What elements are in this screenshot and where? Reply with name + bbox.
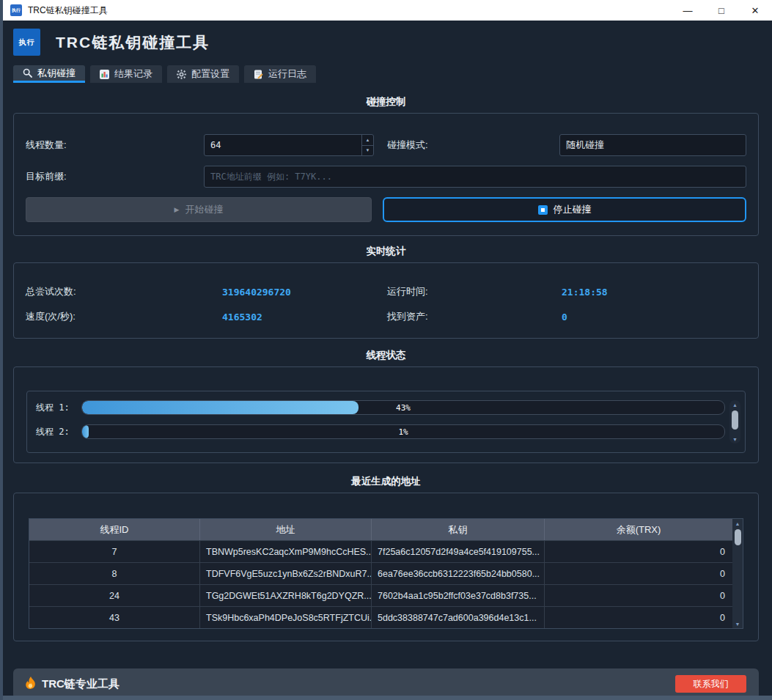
table-scrollbar[interactable]: ▲ ▼ bbox=[732, 519, 743, 628]
column-header: 私钥 bbox=[372, 519, 545, 540]
table-cell: 0 bbox=[545, 607, 732, 628]
target-prefix-label: 目标前缀: bbox=[26, 170, 204, 183]
collision-mode-input[interactable] bbox=[559, 134, 746, 156]
titlebar: 执行 TRC链私钥碰撞工具 — □ ✕ bbox=[0, 0, 772, 21]
brand-text: TRC链专业工具 bbox=[42, 677, 120, 691]
tab-label: 私钥碰撞 bbox=[37, 67, 76, 80]
table-row[interactable]: 24TGg2DGWEt51AXZRH8kT6g2DYQZR...7602b4aa… bbox=[29, 584, 732, 606]
table-cell: 8 bbox=[29, 563, 200, 584]
thread-count-label: 线程数量: bbox=[26, 139, 204, 152]
table-scroll-track[interactable] bbox=[732, 528, 743, 619]
table-cell: 7 bbox=[29, 541, 200, 562]
addresses-group: 线程ID地址私钥余额(TRX) 7TBNWp5resKC2aqcXmP9M9hc… bbox=[13, 493, 759, 641]
play-icon: ▶ bbox=[174, 206, 180, 213]
table-row[interactable]: 7TBNWp5resKC2aqcXmP9M9hcCcHES...7f25a6c1… bbox=[29, 540, 732, 562]
bar-chart-icon bbox=[100, 70, 109, 79]
app-header: 执行 TRC链私钥碰撞工具 bbox=[13, 29, 759, 56]
stop-icon bbox=[538, 205, 548, 215]
tab-label: 结果记录 bbox=[114, 67, 152, 81]
threads-scrollbar[interactable]: ▲ ▼ bbox=[729, 400, 740, 443]
minimize-button[interactable]: — bbox=[671, 0, 705, 21]
section-title-collision-control: 碰撞控制 bbox=[13, 95, 759, 108]
table-cell: 0 bbox=[545, 585, 732, 606]
thread-progress-bar: 43% bbox=[81, 400, 725, 415]
app-logo: 执行 bbox=[13, 29, 40, 56]
table-cell: 24 bbox=[29, 585, 200, 606]
section-title-addresses: 最近生成的地址 bbox=[13, 475, 759, 488]
stat-value: 319640296720 bbox=[222, 287, 387, 298]
thread-row: 线程 1:43% bbox=[36, 400, 725, 415]
thread-count-spinner[interactable]: ▲ ▼ bbox=[204, 134, 374, 156]
table-cell: 7f25a6c12057d2f49a4ce5f419109755... bbox=[372, 541, 545, 562]
window-left-edge bbox=[0, 0, 3, 700]
app-window: 执行 TRC链私钥碰撞工具 — □ ✕ 执行 TRC链私钥碰撞工具 私钥碰撞结果… bbox=[0, 0, 772, 700]
stat-label: 速度(次/秒): bbox=[26, 310, 222, 323]
table-cell: 0 bbox=[545, 541, 732, 562]
addresses-table: 线程ID地址私钥余额(TRX) 7TBNWp5resKC2aqcXmP9M9hc… bbox=[29, 519, 732, 628]
threads-scroll-track[interactable] bbox=[729, 409, 740, 435]
target-prefix-input[interactable] bbox=[204, 166, 746, 188]
window-controls: — □ ✕ bbox=[671, 0, 772, 21]
thread-count-input[interactable] bbox=[205, 135, 361, 155]
stat-label: 找到资产: bbox=[387, 310, 562, 323]
flame-icon bbox=[26, 677, 36, 691]
tab-配置设置[interactable]: 配置设置 bbox=[167, 65, 239, 83]
thread-label: 线程 2: bbox=[36, 426, 81, 438]
threads-scroll-thumb[interactable] bbox=[732, 410, 738, 430]
close-button[interactable]: ✕ bbox=[738, 0, 772, 21]
stat-value: 0 bbox=[562, 312, 746, 323]
gear-icon bbox=[177, 70, 186, 79]
window-bottom-edge bbox=[0, 696, 772, 700]
table-row[interactable]: 8TDFVF6VgE5uzc1ynBx6Zs2rBNDxuR7...6ea76e… bbox=[29, 562, 732, 584]
scroll-up-icon[interactable]: ▲ bbox=[729, 400, 740, 409]
stat-label: 总尝试次数: bbox=[26, 285, 222, 298]
column-header: 线程ID bbox=[29, 519, 200, 540]
window-title: TRC链私钥碰撞工具 bbox=[28, 4, 108, 17]
table-cell: 7602b4aa1c95b2ffcf03e37cd8b3f735... bbox=[372, 585, 545, 606]
table-cell: TSk9Hbc6xaPh4DPeJoS8c5RTFjZTCUi... bbox=[200, 607, 372, 628]
tab-结果记录[interactable]: 结果记录 bbox=[90, 65, 162, 83]
table-scroll-up-icon[interactable]: ▲ bbox=[732, 519, 743, 528]
table-cell: 0 bbox=[545, 563, 732, 584]
table-scroll-down-icon[interactable]: ▼ bbox=[732, 619, 743, 628]
table-cell: TGg2DGWEt51AXZRH8kT6g2DYQZR... bbox=[200, 585, 372, 606]
table-scroll-thumb[interactable] bbox=[735, 529, 741, 545]
thread-progress-text: 1% bbox=[82, 425, 724, 438]
collision-mode-label: 碰撞模式: bbox=[387, 139, 559, 152]
search-icon bbox=[23, 68, 32, 78]
table-cell: 5ddc38388747c7ad600a396d4e13c1... bbox=[372, 607, 545, 628]
contact-us-button[interactable]: 联系我们 bbox=[675, 675, 746, 693]
app-icon: 执行 bbox=[10, 4, 22, 16]
stop-collision-button[interactable]: 停止碰撞 bbox=[383, 197, 746, 222]
stat-label: 运行时间: bbox=[387, 285, 562, 298]
section-title-stats: 实时统计 bbox=[13, 245, 759, 258]
table-cell: TDFVF6VgE5uzc1ynBx6Zs2rBNDxuR7... bbox=[200, 563, 372, 584]
maximize-button[interactable]: □ bbox=[705, 0, 738, 21]
threads-panel: 线程 1:43%线程 2:1% ▲ ▼ bbox=[26, 391, 746, 453]
thread-status-group: 线程 1:43%线程 2:1% ▲ ▼ bbox=[13, 366, 759, 463]
brand: TRC链专业工具 bbox=[26, 677, 120, 691]
page-title: TRC链私钥碰撞工具 bbox=[56, 32, 210, 53]
table-row[interactable]: 43TSk9Hbc6xaPh4DPeJoS8c5RTFjZTCUi...5ddc… bbox=[29, 606, 732, 628]
scroll-down-icon[interactable]: ▼ bbox=[729, 435, 740, 443]
footer-bar: TRC链专业工具 联系我们 bbox=[13, 668, 759, 699]
spinner-down-icon[interactable]: ▼ bbox=[362, 145, 373, 156]
collision-control-group: 线程数量: ▲ ▼ 碰撞模式: 目标前缀: bbox=[13, 113, 759, 236]
thread-row: 线程 2:1% bbox=[36, 424, 725, 439]
table-cell: 43 bbox=[29, 607, 200, 628]
table-cell: 6ea76ee36ccb6312223f65b24bb0580... bbox=[372, 563, 545, 584]
thread-progress-bar: 1% bbox=[81, 424, 725, 439]
start-collision-button[interactable]: ▶ 开始碰撞 bbox=[26, 197, 372, 222]
stat-value: 4165302 bbox=[222, 312, 387, 323]
table-cell: TBNWp5resKC2aqcXmP9M9hcCcHES... bbox=[200, 541, 372, 562]
thread-label: 线程 1: bbox=[36, 402, 81, 414]
tab-label: 运行日志 bbox=[268, 67, 306, 81]
tab-bar: 私钥碰撞结果记录配置设置运行日志 bbox=[13, 65, 759, 83]
spinner-up-icon[interactable]: ▲ bbox=[362, 135, 373, 145]
tab-运行日志[interactable]: 运行日志 bbox=[244, 65, 316, 83]
column-header: 地址 bbox=[200, 519, 372, 540]
tab-label: 配置设置 bbox=[191, 67, 229, 81]
column-header: 余额(TRX) bbox=[545, 519, 732, 540]
tab-私钥碰撞[interactable]: 私钥碰撞 bbox=[13, 65, 85, 83]
memo-icon bbox=[254, 70, 263, 79]
